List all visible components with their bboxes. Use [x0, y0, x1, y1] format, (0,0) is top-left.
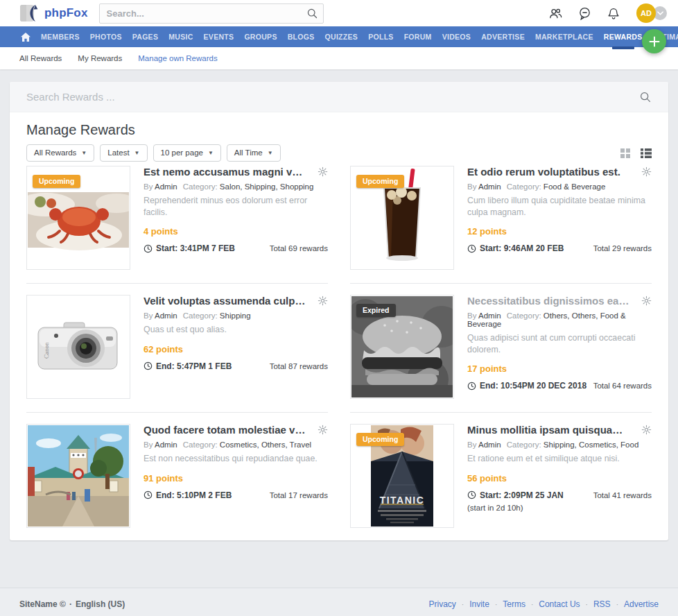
global-search: [99, 3, 324, 24]
nav-item-forum[interactable]: FORUM: [404, 33, 432, 41]
footer-link-terms[interactable]: Terms: [503, 599, 525, 609]
rewards-panel: Manage Rewards All Rewards ▼ Latest ▼ 10…: [10, 82, 668, 540]
nav-item-photos[interactable]: PHOTOS: [90, 33, 122, 41]
nav-item-polls[interactable]: POLLS: [368, 33, 394, 41]
messages-icon[interactable]: [577, 6, 592, 21]
search-icon[interactable]: [306, 8, 318, 22]
filter-bar: All Rewards ▼ Latest ▼ 10 per page ▼ All…: [26, 144, 652, 162]
avatar[interactable]: AD: [636, 3, 656, 23]
grid-view-icon[interactable]: [620, 148, 630, 158]
reward-title[interactable]: Est nemo accusamus magni voluptat…: [144, 166, 308, 178]
author-link[interactable]: Admin: [155, 182, 177, 191]
gear-icon[interactable]: [641, 425, 652, 435]
status-badge: Upcoming: [33, 175, 80, 188]
filter-time-dropdown[interactable]: All Time ▼: [227, 144, 281, 162]
gear-icon[interactable]: [641, 166, 652, 177]
nav-item-events[interactable]: EVENTS: [204, 33, 234, 41]
caret-down-icon: ▼: [81, 150, 87, 156]
nav-item-videos[interactable]: VIDEOS: [442, 33, 471, 41]
notifications-bell-icon[interactable]: [607, 6, 620, 21]
rewards-search-input[interactable]: [26, 91, 639, 103]
logo-text: phpFox: [44, 6, 88, 20]
nav-item-marketplace[interactable]: MARKETPLACE: [535, 33, 593, 41]
friends-icon[interactable]: [548, 6, 563, 21]
category-list[interactable]: Cosmetics, Others, Travel: [220, 440, 311, 449]
reward-image-camera[interactable]: Canon: [26, 295, 130, 399]
reward-schedule: End: 10:54PM 20 DEC 2018: [467, 381, 586, 391]
author-link[interactable]: Admin: [155, 440, 177, 449]
clock-icon: [467, 382, 476, 391]
category-label: Category:: [183, 182, 218, 191]
reward-image-burger[interactable]: Expired: [350, 295, 454, 399]
status-badge: Upcoming: [356, 433, 404, 446]
footer-link-rss[interactable]: RSS: [593, 599, 611, 609]
rewards-row: Upcoming Est nemo accusamus magni volup: [10, 162, 668, 284]
reward-title[interactable]: Quod facere totam molestiae volupt…: [144, 424, 308, 436]
rewards-row: Quod facere totam molestiae volupt… By A…: [10, 413, 668, 540]
footer-link-invite[interactable]: Invite: [469, 599, 489, 609]
reward-image-cola-drink[interactable]: Upcoming: [350, 166, 454, 270]
account-menu: AD: [636, 3, 667, 23]
reward-title[interactable]: Velit voluptas assumenda culpa seq…: [144, 295, 308, 307]
reward-image-titanic-poster[interactable]: Upcoming TITANIC: [350, 424, 454, 528]
subnav-manage-own-rewards[interactable]: Manage own Rewards: [138, 54, 217, 62]
footer-site-info: SiteName © · English (US): [19, 599, 125, 609]
reward-image-theme-park[interactable]: [26, 424, 130, 528]
reward-image-crab-dinner[interactable]: Upcoming: [26, 166, 130, 270]
filter-perpage-dropdown[interactable]: 10 per page ▼: [153, 144, 221, 162]
author-link[interactable]: Admin: [478, 440, 501, 449]
gear-icon[interactable]: [318, 166, 328, 177]
nav-item-rewards[interactable]: REWARDS: [604, 33, 643, 41]
subnav-all-rewards[interactable]: All Rewards: [19, 54, 62, 62]
reward-title[interactable]: Et odio rerum voluptatibus est.: [467, 166, 632, 178]
author-link[interactable]: Admin: [478, 182, 501, 191]
nav-item-quizzes[interactable]: QUIZZES: [325, 33, 358, 41]
reward-total: Total 17 rewards: [270, 491, 328, 499]
phpfox-logo[interactable]: phpFox: [19, 3, 88, 23]
gear-icon[interactable]: [318, 425, 328, 435]
reward-title[interactable]: Minus mollitia ipsam quisquam animi.: [467, 424, 632, 436]
category-list[interactable]: Food & Beverage: [544, 182, 606, 191]
svg-text:Canon: Canon: [43, 342, 50, 359]
author-link[interactable]: Admin: [155, 311, 177, 320]
footer-link-contact-us[interactable]: Contact Us: [539, 599, 580, 609]
footer-link-privacy[interactable]: Privacy: [429, 599, 456, 609]
nav-item-pages[interactable]: PAGES: [132, 33, 158, 41]
filter-type-dropdown[interactable]: All Rewards ▼: [26, 144, 94, 162]
nav-item-advertise[interactable]: ADVERTISE: [481, 33, 525, 41]
rewards-search-icon[interactable]: [639, 91, 652, 103]
clock-icon: [467, 490, 476, 499]
nav-item-blogs[interactable]: BLOGS: [288, 33, 315, 41]
reward-points: 56 points: [467, 473, 652, 484]
category-list[interactable]: Salon, Shipping, Shopping: [220, 182, 314, 191]
filter-time-value: All Time: [234, 148, 263, 157]
rewards-row: Canon Velit voluptas assumenda culpa seq…: [10, 284, 668, 413]
add-reward-fab-button[interactable]: [642, 29, 666, 53]
gear-icon[interactable]: [641, 296, 652, 306]
category-list[interactable]: Shipping: [220, 311, 251, 320]
home-icon[interactable]: [21, 33, 31, 42]
plus-icon: [649, 36, 660, 47]
category-list[interactable]: Shipping, Cosmetics, Food: [544, 440, 638, 449]
reward-total: Total 29 rewards: [593, 244, 652, 253]
footer-link-advertise[interactable]: Advertise: [624, 599, 659, 609]
language-selector[interactable]: English (US): [76, 599, 125, 609]
global-search-input[interactable]: [99, 3, 324, 24]
nav-item-music[interactable]: MUSIC: [168, 33, 193, 41]
clock-icon: [467, 244, 476, 253]
gear-icon[interactable]: [318, 296, 328, 306]
nav-item-groups[interactable]: GROUPS: [244, 33, 277, 41]
view-toggles: [620, 148, 652, 158]
reward-description: Est non necessitatibus qui repudiandae q…: [144, 453, 328, 465]
filter-sort-dropdown[interactable]: Latest ▼: [100, 144, 147, 162]
nav-item-members[interactable]: MEMBERS: [41, 33, 80, 41]
reward-points: 91 points: [144, 473, 328, 484]
author-link[interactable]: Admin: [478, 311, 501, 320]
footer-separator: ·: [531, 601, 533, 608]
clock-icon: [144, 244, 153, 253]
caret-down-icon: ▼: [134, 150, 140, 156]
subnav-my-rewards[interactable]: My Rewards: [78, 54, 122, 62]
reward-title[interactable]: Necessitatibus dignissimos eaque e…: [467, 295, 632, 307]
list-view-icon[interactable]: [641, 148, 652, 158]
category-label: Category:: [507, 440, 541, 449]
